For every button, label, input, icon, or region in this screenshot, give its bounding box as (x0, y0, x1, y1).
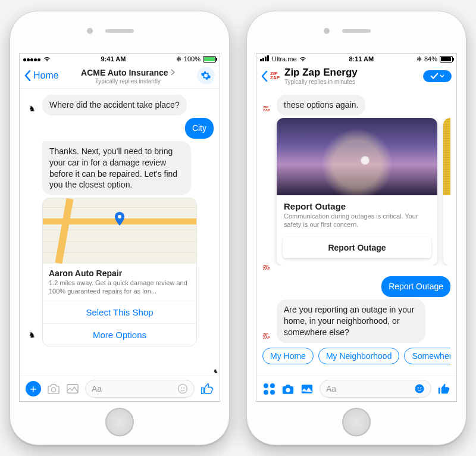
input-placeholder: Aa (326, 384, 336, 393)
svg-point-10 (420, 387, 421, 388)
message-input[interactable]: Aa (320, 380, 431, 398)
cell-signal-icon (23, 55, 41, 63)
chevron-left-icon (24, 70, 31, 81)
card-report-outage: Report Outage Communication during outag… (277, 118, 437, 266)
wifi-icon (299, 56, 306, 62)
grid-icon (264, 383, 275, 395)
composer: ＋ Aa (20, 376, 220, 401)
bot-message: Thanks. Next, you'll need to bring your … (42, 141, 191, 196)
bot-avatar: ZIP ZAP (260, 330, 273, 343)
user-message: City (185, 118, 214, 139)
add-button[interactable]: ＋ (26, 381, 41, 396)
map-preview[interactable] (43, 198, 196, 264)
bot-avatar: ZIP ZAP (260, 102, 273, 115)
svg-point-6 (286, 388, 290, 392)
gear-icon (201, 70, 211, 81)
svg-point-5 (183, 388, 184, 389)
manage-button[interactable] (423, 70, 452, 82)
bot-message: Are you reporting an outage in your home… (277, 299, 425, 343)
chat-body[interactable]: ♞ Where did the accident take place? Cit… (20, 89, 220, 376)
seen-indicator: ♞ (213, 368, 218, 374)
emoji-icon[interactable] (414, 383, 425, 394)
status-time: 8:11 AM (349, 55, 374, 63)
battery-percent: 84% (424, 55, 437, 63)
chevron-left-icon (261, 71, 268, 82)
chat-header: Home ACME Auto Insurance Typically repli… (20, 64, 220, 89)
chat-body[interactable]: ZIP ZAP these options again. Report Outa… (256, 89, 456, 376)
like-button[interactable] (437, 382, 450, 395)
shop-card: Aaron Auto Repair 1.2 miles away. Get a … (42, 198, 197, 346)
wifi-icon (43, 56, 51, 62)
card-title: Report Outage (284, 201, 430, 211)
svg-point-8 (415, 385, 424, 393)
gallery-button[interactable] (300, 382, 314, 395)
chevron-right-icon (171, 69, 175, 76)
svg-point-1 (51, 388, 55, 392)
chat-header: ZIP ZAP Zip Zap Energy Typically replies… (256, 64, 456, 89)
bot-message: these options again. (277, 95, 365, 115)
brand-logo: ZIP ZAP (270, 72, 280, 80)
battery-icon (440, 56, 453, 63)
screen: Ultra.me 8:11 AM ✻ 84% ZIP ZAP Zip Zap E… (256, 53, 457, 402)
chip-my-home[interactable]: My Home (262, 348, 314, 364)
chat-title-text: ACME Auto Insurance (81, 68, 168, 77)
card-carousel[interactable]: Report Outage Communication during outag… (260, 118, 450, 266)
quick-replies: My Home My Neighborhood Somewhere (260, 345, 450, 364)
bot-message: Where did the accident take place? (42, 95, 187, 115)
map-pin-icon (114, 212, 125, 226)
svg-point-9 (418, 387, 419, 388)
phone-zipzap: Ultra.me 8:11 AM ✻ 84% ZIP ZAP Zip Zap E… (246, 11, 466, 445)
chat-title[interactable]: ACME Auto Insurance (81, 68, 175, 77)
select-shop-button[interactable]: Select This Shop (43, 301, 196, 323)
card-description: Communication during outages is critical… (284, 213, 430, 229)
bluetooth-icon: ✻ (416, 55, 422, 63)
gallery-button[interactable] (66, 382, 79, 395)
composer: Aa (256, 376, 456, 401)
emoji-icon[interactable] (177, 383, 188, 394)
carrier-label: Ultra.me (272, 55, 297, 63)
chat-subtitle: Typically replies in minutes (284, 79, 358, 85)
battery-percent: 100% (184, 55, 201, 63)
chip-somewhere[interactable]: Somewhere (404, 348, 450, 364)
card-image (277, 118, 437, 195)
screen: 9:41 AM ✻ 100% Home ACME Auto Insurance … (19, 53, 220, 402)
like-button[interactable] (201, 382, 214, 395)
back-button[interactable] (261, 71, 268, 82)
check-icon (430, 73, 439, 80)
status-time: 9:41 AM (101, 55, 126, 63)
phone-acme: 9:41 AM ✻ 100% Home ACME Auto Insurance … (10, 11, 230, 445)
back-label: Home (33, 70, 59, 81)
chat-subtitle: Typically replies instantly (59, 78, 197, 85)
report-outage-button[interactable]: Report Outage (283, 237, 431, 258)
svg-point-0 (118, 215, 121, 218)
back-button[interactable]: Home (24, 70, 59, 81)
camera-button[interactable] (281, 382, 295, 395)
card-title: Aaron Auto Repair (49, 268, 190, 278)
status-bar: 9:41 AM ✻ 100% (20, 54, 220, 64)
home-button[interactable] (342, 408, 371, 436)
battery-icon (203, 56, 216, 63)
user-message: Report Outage (381, 276, 450, 297)
card-image (443, 118, 450, 195)
camera-button[interactable] (47, 382, 60, 395)
svg-point-3 (178, 385, 187, 393)
chip-my-neighborhood[interactable]: My Neighborhood (318, 348, 400, 364)
bot-avatar: ZIP ZAP (260, 261, 273, 274)
home-button[interactable] (105, 408, 134, 436)
input-placeholder: Aa (92, 384, 102, 393)
bluetooth-icon: ✻ (176, 55, 181, 63)
cell-signal-icon (260, 55, 270, 63)
svg-point-4 (181, 388, 182, 389)
message-input[interactable]: Aa (85, 380, 195, 398)
chat-title[interactable]: Zip Zap Energy (284, 67, 358, 79)
status-bar: Ultra.me 8:11 AM ✻ 84% (256, 54, 456, 64)
card-billing: Billing View and manage your account det… (443, 118, 450, 266)
settings-button[interactable] (197, 67, 215, 85)
bot-avatar: ♞ (26, 329, 39, 342)
chevron-down-icon (440, 74, 444, 78)
bot-avatar: ♞ (26, 102, 39, 115)
card-description: 1.2 miles away. Get a quick damage revie… (49, 279, 190, 296)
menu-button[interactable] (262, 382, 275, 395)
